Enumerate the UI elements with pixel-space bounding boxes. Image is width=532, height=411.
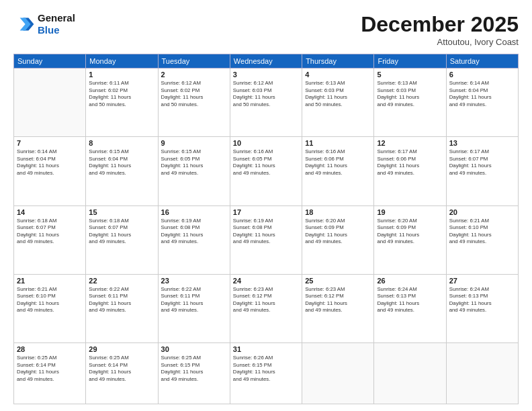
calendar-cell: 5Sunrise: 6:13 AM Sunset: 6:03 PM Daylig… [374,68,446,137]
weekday-saturday: Saturday [446,54,518,68]
day-number: 9 [161,139,227,147]
day-number: 5 [377,71,443,79]
day-number: 20 [449,208,515,216]
day-number: 16 [161,208,227,216]
day-number: 22 [89,277,154,285]
logo-text: General Blue [38,12,75,36]
calendar-table: SundayMondayTuesdayWednesdayThursdayFrid… [13,54,519,404]
day-number: 8 [89,139,154,147]
day-info: Sunrise: 6:12 AM Sunset: 6:03 PM Dayligh… [233,80,299,108]
page: General Blue December 2025 Attoutou, Ivo… [0,0,532,411]
calendar-cell [446,343,518,404]
weekday-friday: Friday [374,54,446,68]
calendar-cell: 10Sunrise: 6:16 AM Sunset: 6:05 PM Dayli… [230,137,302,205]
day-number: 6 [449,71,515,79]
calendar-week-2: 14Sunrise: 6:18 AM Sunset: 6:07 PM Dayli… [14,205,519,274]
calendar-cell [14,68,86,137]
calendar-cell: 20Sunrise: 6:21 AM Sunset: 6:10 PM Dayli… [446,205,518,274]
calendar-cell: 3Sunrise: 6:12 AM Sunset: 6:03 PM Daylig… [230,68,302,137]
calendar-cell [374,343,446,404]
logo: General Blue [13,12,75,36]
calendar-cell: 28Sunrise: 6:25 AM Sunset: 6:14 PM Dayli… [14,343,86,404]
calendar-cell: 9Sunrise: 6:15 AM Sunset: 6:05 PM Daylig… [158,137,230,205]
day-number: 11 [305,139,371,147]
day-info: Sunrise: 6:13 AM Sunset: 6:03 PM Dayligh… [305,80,371,108]
calendar-header: SundayMondayTuesdayWednesdayThursdayFrid… [14,54,519,68]
day-info: Sunrise: 6:20 AM Sunset: 6:09 PM Dayligh… [305,218,371,246]
calendar-body: 1Sunrise: 6:11 AM Sunset: 6:02 PM Daylig… [14,68,519,404]
day-info: Sunrise: 6:14 AM Sunset: 6:04 PM Dayligh… [17,148,83,177]
day-number: 3 [233,71,299,79]
day-number: 25 [305,277,371,285]
weekday-wednesday: Wednesday [230,54,302,68]
day-info: Sunrise: 6:14 AM Sunset: 6:04 PM Dayligh… [449,80,515,108]
calendar-cell: 31Sunrise: 6:26 AM Sunset: 6:15 PM Dayli… [230,343,302,404]
day-info: Sunrise: 6:22 AM Sunset: 6:11 PM Dayligh… [161,286,227,314]
day-number: 19 [377,208,443,216]
calendar-cell: 14Sunrise: 6:18 AM Sunset: 6:07 PM Dayli… [14,205,86,274]
day-info: Sunrise: 6:16 AM Sunset: 6:05 PM Dayligh… [233,148,299,177]
weekday-tuesday: Tuesday [158,54,230,68]
calendar-cell: 7Sunrise: 6:14 AM Sunset: 6:04 PM Daylig… [14,137,86,205]
weekday-sunday: Sunday [14,54,86,68]
calendar-cell: 21Sunrise: 6:21 AM Sunset: 6:10 PM Dayli… [14,274,86,342]
day-info: Sunrise: 6:23 AM Sunset: 6:12 PM Dayligh… [305,286,371,314]
calendar-cell [302,343,374,404]
day-info: Sunrise: 6:15 AM Sunset: 6:05 PM Dayligh… [161,148,227,177]
calendar-cell: 25Sunrise: 6:23 AM Sunset: 6:12 PM Dayli… [302,274,374,342]
day-info: Sunrise: 6:17 AM Sunset: 6:07 PM Dayligh… [449,148,515,177]
calendar-cell: 13Sunrise: 6:17 AM Sunset: 6:07 PM Dayli… [446,137,518,205]
day-info: Sunrise: 6:17 AM Sunset: 6:06 PM Dayligh… [377,148,443,177]
calendar-cell: 2Sunrise: 6:12 AM Sunset: 6:02 PM Daylig… [158,68,230,137]
day-info: Sunrise: 6:19 AM Sunset: 6:08 PM Dayligh… [233,218,299,246]
day-info: Sunrise: 6:16 AM Sunset: 6:06 PM Dayligh… [305,148,371,177]
calendar-cell: 11Sunrise: 6:16 AM Sunset: 6:06 PM Dayli… [302,137,374,205]
day-number: 30 [161,345,227,353]
day-info: Sunrise: 6:18 AM Sunset: 6:07 PM Dayligh… [89,218,154,246]
day-number: 4 [305,71,371,79]
day-number: 23 [161,277,227,285]
day-info: Sunrise: 6:18 AM Sunset: 6:07 PM Dayligh… [17,218,83,246]
day-number: 21 [17,277,83,285]
location: Attoutou, Ivory Coast [361,37,519,47]
day-info: Sunrise: 6:26 AM Sunset: 6:15 PM Dayligh… [233,355,299,383]
day-number: 14 [17,208,83,216]
calendar-cell: 8Sunrise: 6:15 AM Sunset: 6:04 PM Daylig… [86,137,158,205]
day-number: 29 [89,345,154,353]
day-info: Sunrise: 6:25 AM Sunset: 6:14 PM Dayligh… [17,355,83,383]
calendar-cell: 22Sunrise: 6:22 AM Sunset: 6:11 PM Dayli… [86,274,158,342]
day-info: Sunrise: 6:25 AM Sunset: 6:14 PM Dayligh… [89,355,154,383]
month-title: December 2025 [361,12,519,37]
day-info: Sunrise: 6:21 AM Sunset: 6:10 PM Dayligh… [17,286,83,314]
logo-line2: Blue [38,24,75,36]
day-number: 1 [89,71,154,79]
day-number: 10 [233,139,299,147]
calendar-cell: 16Sunrise: 6:19 AM Sunset: 6:08 PM Dayli… [158,205,230,274]
calendar-cell: 15Sunrise: 6:18 AM Sunset: 6:07 PM Dayli… [86,205,158,274]
calendar-week-0: 1Sunrise: 6:11 AM Sunset: 6:02 PM Daylig… [14,68,519,137]
logo-line1: General [38,12,75,24]
calendar-cell: 23Sunrise: 6:22 AM Sunset: 6:11 PM Dayli… [158,274,230,342]
title-block: December 2025 Attoutou, Ivory Coast [361,12,519,47]
calendar-cell: 29Sunrise: 6:25 AM Sunset: 6:14 PM Dayli… [86,343,158,404]
day-number: 28 [17,345,83,353]
weekday-monday: Monday [86,54,158,68]
calendar-cell: 12Sunrise: 6:17 AM Sunset: 6:06 PM Dayli… [374,137,446,205]
calendar-cell: 17Sunrise: 6:19 AM Sunset: 6:08 PM Dayli… [230,205,302,274]
calendar-cell: 1Sunrise: 6:11 AM Sunset: 6:02 PM Daylig… [86,68,158,137]
calendar-cell: 27Sunrise: 6:24 AM Sunset: 6:13 PM Dayli… [446,274,518,342]
day-number: 27 [449,277,515,285]
day-number: 2 [161,71,227,79]
day-info: Sunrise: 6:15 AM Sunset: 6:04 PM Dayligh… [89,148,154,177]
day-number: 13 [449,139,515,147]
day-info: Sunrise: 6:24 AM Sunset: 6:13 PM Dayligh… [449,286,515,314]
calendar-week-4: 28Sunrise: 6:25 AM Sunset: 6:14 PM Dayli… [14,343,519,404]
day-info: Sunrise: 6:19 AM Sunset: 6:08 PM Dayligh… [161,218,227,246]
calendar-cell: 30Sunrise: 6:25 AM Sunset: 6:15 PM Dayli… [158,343,230,404]
day-info: Sunrise: 6:11 AM Sunset: 6:02 PM Dayligh… [89,80,154,108]
weekday-thursday: Thursday [302,54,374,68]
calendar-week-1: 7Sunrise: 6:14 AM Sunset: 6:04 PM Daylig… [14,137,519,205]
weekday-header-row: SundayMondayTuesdayWednesdayThursdayFrid… [14,54,519,68]
calendar-cell: 24Sunrise: 6:23 AM Sunset: 6:12 PM Dayli… [230,274,302,342]
calendar-week-3: 21Sunrise: 6:21 AM Sunset: 6:10 PM Dayli… [14,274,519,342]
